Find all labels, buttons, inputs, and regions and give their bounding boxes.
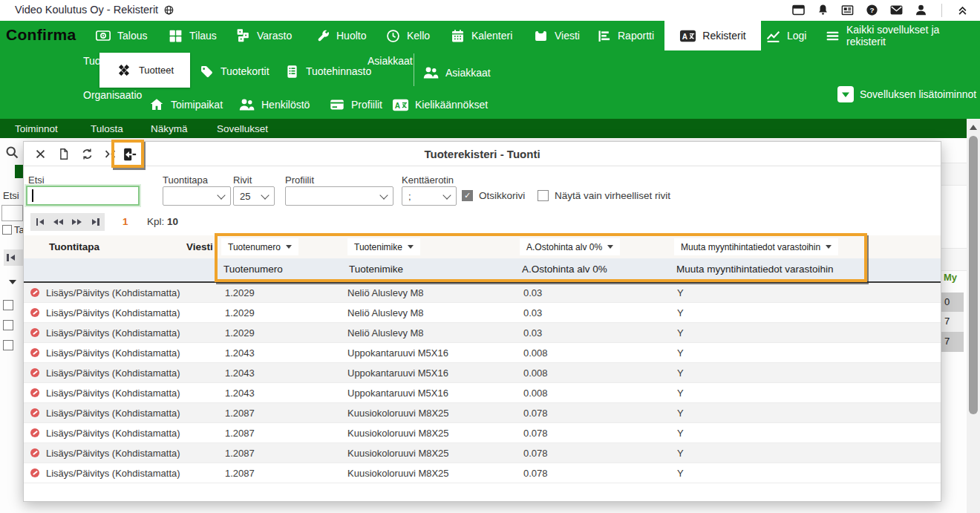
otsikkorivi-checkbox[interactable]: ✓ [462, 190, 473, 201]
nav-item-kalenteri[interactable]: Kalenteri [445, 21, 517, 50]
table-row[interactable]: Lisäys/Päivitys (Kohdistamatta) 1.2029 N… [24, 303, 941, 323]
background-row-checkbox[interactable] [3, 340, 13, 350]
current-page-number[interactable]: 1 [122, 216, 128, 227]
rivit-select[interactable]: 25 [233, 186, 275, 206]
table-row[interactable]: Lisäys/Päivitys (Kohdistamatta) 1.2043 U… [24, 363, 941, 383]
tuontitapa-select[interactable] [163, 186, 231, 206]
nav-item-varasto[interactable]: Varasto [230, 21, 296, 50]
collapse-up-icon[interactable] [956, 3, 970, 17]
subnav-item-toimipaikat[interactable]: Toimipaikat [148, 94, 223, 116]
otsikkorivi-label: Otsikkorivi [479, 190, 525, 201]
app-extra-actions-button[interactable]: Sovelluksen lisätoiminnot [837, 83, 976, 105]
background-first-page-button[interactable] [4, 249, 23, 266]
kenttaerotin-select[interactable]: ; [402, 186, 457, 206]
menu-sovellukset[interactable]: Sovellukset [217, 119, 268, 138]
table-row[interactable]: Lisäys/Päivitys (Kohdistamatta) 1.2029 N… [24, 323, 941, 343]
table-row[interactable]: Lisäys/Päivitys (Kohdistamatta) 1.2087 K… [24, 463, 941, 483]
background-row-checkbox[interactable] [3, 300, 13, 310]
blocked-icon [30, 288, 39, 297]
background-band [941, 248, 967, 271]
bell-icon[interactable] [816, 3, 830, 17]
virheelliset-checkbox[interactable] [538, 190, 549, 201]
subnav-item-tuotekortit[interactable]: Tuotekortit [199, 60, 270, 82]
svg-text:A: A [682, 32, 687, 40]
subnav-item-tuotehinnasto[interactable]: Tuotehinnasto [284, 60, 371, 82]
text-caret [32, 189, 33, 202]
card-icon [329, 97, 345, 113]
user-icon[interactable] [914, 3, 928, 17]
nav-item-logi[interactable]: Logi [761, 21, 811, 50]
background-row-checkbox[interactable] [3, 320, 13, 330]
pagination [30, 213, 105, 231]
table-row[interactable]: Lisäys/Päivitys (Kohdistamatta) 1.2029 N… [24, 283, 941, 303]
help-icon[interactable]: ? [865, 3, 879, 17]
column-mapping-select-myyntihintatiedot[interactable]: Muuta myyntihintatiedot varastoihin [674, 238, 838, 255]
subnav-item-henkilosto[interactable]: Henkilöstö [238, 94, 310, 116]
tag-icon [199, 64, 215, 79]
table-row[interactable]: Lisäys/Päivitys (Kohdistamatta) 1.2043 U… [24, 383, 941, 403]
background-button-fragment[interactable] [15, 165, 23, 178]
nav-item-raportti[interactable]: Raportti [592, 21, 659, 50]
nav-item-tilaus[interactable]: Tilaus [163, 21, 221, 50]
row-update-flag: Y [677, 428, 684, 439]
subnav-item-tuotteet[interactable]: Tuotteet [99, 53, 190, 88]
nav-item-rekisterit[interactable]: A Rekisterit [664, 21, 761, 50]
news-icon[interactable] [840, 3, 855, 17]
header-viesti: Viesti [186, 241, 213, 252]
blocked-icon [30, 308, 39, 317]
etsi-label: Etsi [28, 174, 45, 186]
nav-item-kello[interactable]: Kello [381, 21, 434, 50]
mail-icon[interactable] [889, 3, 904, 17]
background-cell: 0 [941, 293, 964, 312]
row-product-number: 1.2043 [225, 367, 255, 379]
background-checkbox[interactable] [2, 225, 12, 235]
scrollbar-up-arrow[interactable] [970, 125, 977, 130]
row-update-flag: Y [677, 448, 684, 459]
inbox-icon [533, 28, 549, 44]
table-row[interactable]: Lisäys/Päivitys (Kohdistamatta) 1.2087 K… [24, 403, 941, 423]
row-product-name: Kuusiokoloruuvi M8X25 [347, 468, 449, 479]
translate-icon: A [679, 27, 696, 45]
table-row[interactable]: Lisäys/Päivitys (Kohdistamatta) 1.2087 K… [24, 443, 941, 463]
nav-item-viesti[interactable]: Viesti [529, 21, 584, 50]
nav-item-talous[interactable]: Talous [91, 21, 151, 50]
row-product-number: 1.2087 [225, 428, 255, 439]
dropdown-arrow-icon [286, 245, 292, 249]
chevron-down-icon [261, 191, 269, 199]
report-icon [596, 28, 612, 44]
profiilit-select[interactable] [285, 186, 393, 206]
dropdown-arrow-icon [408, 245, 414, 249]
first-page-button[interactable] [30, 213, 49, 231]
next-page-button[interactable] [68, 213, 86, 231]
globe-icon[interactable] [163, 4, 174, 16]
menu-toiminnot[interactable]: Toiminnot [15, 119, 58, 138]
nav-item-huolto[interactable]: Huolto [310, 21, 370, 50]
row-update-flag: Y [677, 307, 684, 318]
column-mapping-select-ostohinta[interactable]: A.Ostohinta alv 0% [520, 238, 620, 255]
table-row[interactable]: Lisäys/Päivitys (Kohdistamatta) 1.2043 U… [24, 343, 941, 363]
row-import-type: Lisäys/Päivitys (Kohdistamatta) [46, 448, 180, 459]
column-mapping-select-tuotenimike[interactable]: Tuotenimike [347, 238, 420, 255]
search-input[interactable] [26, 186, 140, 206]
people-icon [422, 64, 440, 82]
subnav-item-profiilit[interactable]: Profiilit [329, 94, 382, 116]
menu-nakyma[interactable]: Näkymä [151, 119, 188, 138]
virheelliset-label: Näytä vain virheelliset rivit [555, 190, 670, 201]
background-search-input[interactable] [1, 205, 23, 221]
prev-page-button[interactable] [49, 213, 68, 231]
background-dropdown-caret-icon[interactable] [9, 280, 16, 284]
blocked-icon [30, 468, 39, 477]
row-update-flag: Y [677, 287, 684, 298]
scrollbar-thumb[interactable] [969, 136, 978, 414]
nav-item-kaikki-sovellukset[interactable]: Kaikki sovellukset ja rekisterit [820, 21, 980, 50]
blocked-icon [30, 368, 39, 377]
search-icon[interactable] [4, 145, 20, 160]
last-page-button[interactable] [86, 213, 105, 231]
window-icon[interactable] [791, 3, 806, 17]
menu-tulosta[interactable]: Tulosta [91, 119, 123, 138]
subnav-item-asiakkaat[interactable]: Asiakkaat [422, 62, 491, 84]
dialog-title: Tuoterekisteri - Tuonti [24, 148, 941, 160]
subnav-item-kielikaannokset[interactable]: A Kielikäännökset [392, 94, 488, 116]
column-mapping-select-tuotenumero[interactable]: Tuotenumero [221, 238, 298, 255]
table-row[interactable]: Lisäys/Päivitys (Kohdistamatta) 1.2087 K… [24, 423, 941, 443]
